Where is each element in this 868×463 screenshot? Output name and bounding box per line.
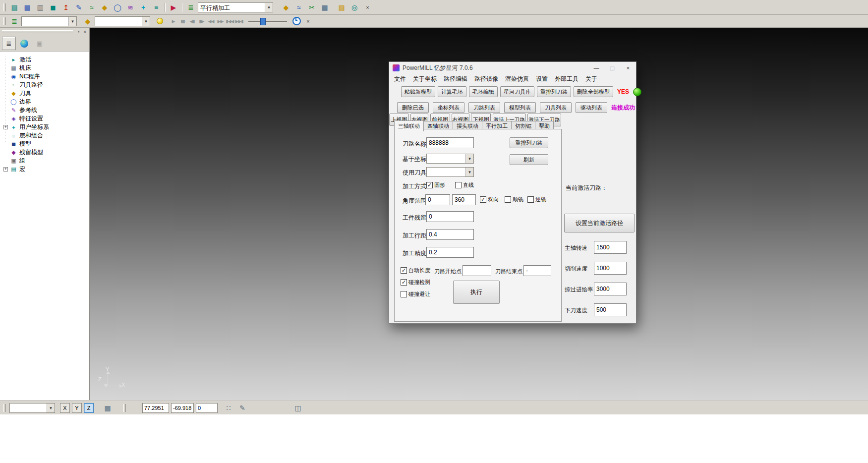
- delete-selected-button[interactable]: 删除已选: [397, 102, 429, 113]
- stepover-input[interactable]: [426, 229, 474, 240]
- expand-toggle[interactable]: [3, 133, 8, 138]
- search-icon[interactable]: ◎: [348, 1, 360, 13]
- boundary-icon[interactable]: ◯: [112, 1, 123, 13]
- cut-icon[interactable]: ✂: [306, 1, 318, 13]
- tool-icon[interactable]: ◆: [99, 1, 111, 13]
- tool-library-icon[interactable]: ◆: [280, 1, 292, 13]
- tolerance-input[interactable]: [426, 247, 474, 258]
- bidirectional-checkbox[interactable]: ✓ 双向: [480, 196, 499, 203]
- expand-toggle[interactable]: [3, 66, 8, 70]
- print-icon[interactable]: ▥: [34, 1, 46, 13]
- paste-new-model-button[interactable]: 粘贴新模型: [401, 86, 435, 97]
- toolpath-list-button[interactable]: 刀路列表: [468, 102, 500, 113]
- go-to-start-button[interactable]: ▮◀◀: [226, 17, 234, 26]
- angle-from-input[interactable]: [425, 194, 450, 205]
- toolpath-select-icon[interactable]: ≣: [8, 15, 20, 27]
- save-icon[interactable]: ▦: [21, 1, 33, 13]
- z-axis-button[interactable]: Z: [84, 403, 94, 413]
- step-forward-button[interactable]: ▮▶: [197, 17, 206, 26]
- expand-toggle[interactable]: [3, 116, 8, 121]
- z-coordinate-input[interactable]: [196, 403, 218, 413]
- tree-item-machine[interactable]: ▦ 机床: [2, 64, 89, 72]
- coordinate-list-button[interactable]: 坐标列表: [433, 102, 464, 113]
- expand-toggle[interactable]: [3, 58, 8, 62]
- set-active-path-button[interactable]: 设置当前激活路径: [564, 214, 635, 232]
- toolbar-grip[interactable]: [123, 404, 126, 412]
- expand-toggle[interactable]: [3, 83, 8, 87]
- expand-toggle[interactable]: +: [3, 167, 8, 172]
- animation-speed-slider[interactable]: [248, 17, 287, 26]
- block-icon[interactable]: ◼: [47, 1, 59, 13]
- menu-settings[interactable]: 设置: [532, 74, 551, 84]
- expand-toggle[interactable]: [3, 108, 8, 113]
- toolpath-dropdown[interactable]: ▾: [21, 16, 77, 26]
- close-button[interactable]: ×: [620, 62, 636, 74]
- rewind-button[interactable]: ◀◀: [207, 17, 215, 26]
- pattern-icon[interactable]: ≋: [124, 1, 136, 13]
- expand-toggle[interactable]: +: [3, 125, 8, 129]
- pause-button[interactable]: ▮▮: [178, 17, 187, 26]
- slider-handle[interactable]: [260, 18, 266, 25]
- feedrate-icon[interactable]: ↥: [60, 1, 72, 13]
- tree-item-stock-models[interactable]: ◆ 残留模型: [2, 148, 89, 157]
- lock-icon[interactable]: ▣: [33, 37, 47, 50]
- tree-item-boundaries[interactable]: ◯ 边界: [2, 98, 89, 106]
- menu-file[interactable]: 文件: [391, 74, 409, 84]
- tree-item-feature-sets[interactable]: ◈ 特征设置: [2, 115, 89, 123]
- collision-avoid-checkbox[interactable]: 碰撞避让: [401, 290, 430, 298]
- nc-program-icon[interactable]: ✎: [73, 1, 85, 13]
- dots-icon[interactable]: ∷: [223, 402, 234, 414]
- clock-icon[interactable]: [292, 17, 301, 26]
- circle-mode-checkbox[interactable]: ✓ 圆形: [426, 181, 445, 189]
- tree-item-models[interactable]: ◼ 模型: [2, 140, 89, 148]
- panel-restore-button[interactable]: ▫: [75, 29, 82, 35]
- tool-list-button[interactable]: 刀具列表: [540, 102, 572, 113]
- go-to-end-button[interactable]: ▶▶▮: [235, 17, 243, 26]
- globe-icon[interactable]: [17, 37, 31, 50]
- use-tool-dropdown[interactable]: ▾: [426, 167, 474, 177]
- expand-toggle[interactable]: [3, 100, 8, 104]
- execute-button[interactable]: 执行: [453, 281, 500, 304]
- workplane-icon[interactable]: +: [137, 1, 149, 13]
- toolpath-icon[interactable]: ≈: [86, 1, 98, 13]
- tab-3axis[interactable]: 三轴联动: [394, 120, 424, 131]
- toolbar-grip[interactable]: [3, 17, 6, 25]
- expand-toggle[interactable]: [3, 159, 8, 163]
- maximize-button[interactable]: ▢: [604, 62, 620, 74]
- expand-toggle[interactable]: [3, 150, 8, 155]
- levels-icon[interactable]: ≡: [150, 1, 162, 13]
- strategy-dropdown[interactable]: 平行精加工 ▾: [198, 2, 273, 12]
- reorder-toolpaths-button-2[interactable]: 重排列刀路: [510, 137, 548, 148]
- toolpath-list-icon[interactable]: ≣: [185, 1, 197, 13]
- workplane-dropdown[interactable]: ▾: [9, 403, 55, 413]
- macro-icon[interactable]: ▶: [168, 1, 179, 13]
- tree-view-icon[interactable]: ≣: [2, 37, 16, 50]
- toolbar-grip[interactable]: [3, 3, 6, 11]
- calculate-block-button[interactable]: 计算毛坯: [438, 86, 466, 97]
- menu-external-tools[interactable]: 外部工具: [551, 74, 582, 84]
- toolbar-close-button[interactable]: ×: [304, 17, 312, 25]
- tree-item-tools[interactable]: ◆ 刀具: [2, 89, 89, 98]
- skim-feed-input[interactable]: [594, 283, 627, 295]
- calculator-icon[interactable]: ▦: [319, 1, 331, 13]
- tree-item-workplanes[interactable]: + + 用户坐标系: [2, 123, 89, 131]
- expand-toggle[interactable]: [3, 142, 8, 146]
- toolbar-close-button[interactable]: ×: [364, 3, 371, 11]
- climb-mill-checkbox[interactable]: 顺铣: [505, 196, 523, 203]
- auto-length-checkbox[interactable]: ✓ 自动长度: [401, 267, 430, 274]
- draw-icon[interactable]: ✎: [236, 402, 248, 414]
- menu-about[interactable]: 关于: [582, 74, 601, 84]
- tree-item-groups[interactable]: ▣ 组: [2, 157, 89, 165]
- fast-forward-button[interactable]: ▶▶: [216, 17, 225, 26]
- panel-grip[interactable]: [2, 30, 73, 33]
- line-mode-checkbox[interactable]: 直线: [455, 181, 474, 189]
- menu-path-mirror[interactable]: 路径镜像: [471, 74, 502, 84]
- menu-coordinates[interactable]: 关于坐标: [409, 74, 440, 84]
- tree-item-activate[interactable]: ▸ 激活: [2, 56, 89, 64]
- folders-icon[interactable]: ▤: [336, 1, 347, 13]
- menu-path-edit[interactable]: 路径编辑: [440, 74, 471, 84]
- drive-list-button[interactable]: 驱动列表: [576, 102, 607, 113]
- delete-all-models-button[interactable]: 删除全部模型: [574, 86, 613, 97]
- collision-check-checkbox[interactable]: ✓ 碰撞检测: [401, 279, 430, 286]
- cutting-feed-input[interactable]: [594, 262, 627, 275]
